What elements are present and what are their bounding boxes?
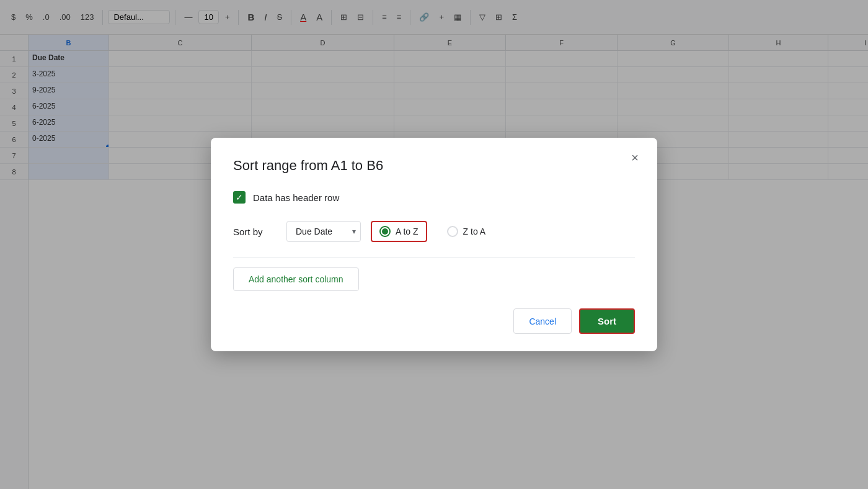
radio-z-to-a-label: Z to A [463,227,486,236]
sort-button[interactable]: Sort [579,308,635,334]
radio-a-to-z[interactable]: A to Z [371,221,427,242]
dialog-close-button[interactable]: × [625,148,645,168]
radio-circle-a-to-z [379,226,391,237]
sort-by-label: Sort by [233,227,277,237]
header-row-checkbox[interactable]: ✓ [233,191,246,204]
sort-by-row: Sort by Due Date ▾ A to Z Z to A [233,221,635,242]
radio-a-to-z-label: A to Z [396,227,418,236]
add-sort-column-button[interactable]: Add another sort column [233,267,359,291]
cancel-button[interactable]: Cancel [513,308,572,334]
radio-circle-z-to-a [447,226,458,237]
modal-overlay: Sort range from A1 to B6 × ✓ Data has he… [0,0,868,489]
dialog-title: Sort range from A1 to B6 [233,158,635,174]
sort-column-dropdown-wrapper: Due Date ▾ [286,221,361,242]
header-row-row: ✓ Data has header row [233,191,635,204]
sort-order-radio-group: A to Z Z to A [371,221,493,242]
sort-column-dropdown[interactable]: Due Date [286,221,361,242]
dialog-divider [233,257,635,258]
radio-dot-a-to-z [382,228,388,235]
checkmark-icon: ✓ [236,193,243,202]
dialog-footer: Cancel Sort [233,308,635,334]
sort-dialog: Sort range from A1 to B6 × ✓ Data has he… [211,138,657,351]
radio-z-to-a[interactable]: Z to A [440,222,494,241]
header-row-label: Data has header row [253,192,339,203]
